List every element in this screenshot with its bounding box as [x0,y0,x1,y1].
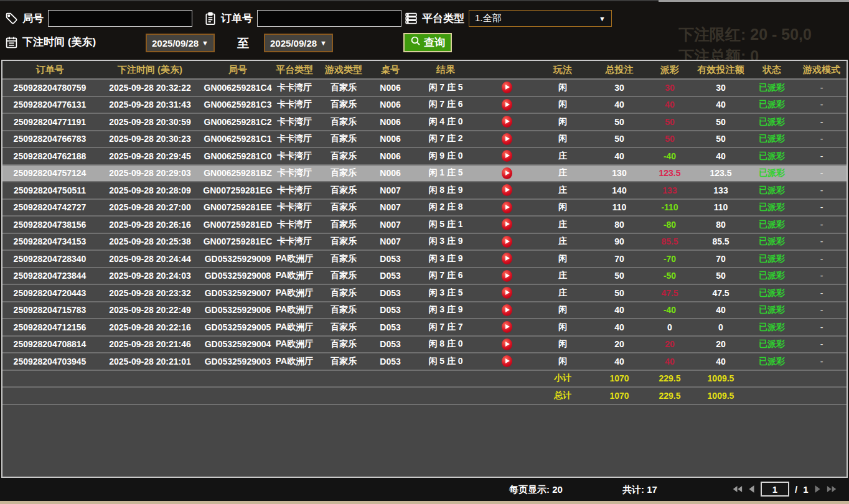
pagination-bar: 每页显示: 20 共计: 17 / 1 [0,478,849,501]
col-header-order: 订单号 [2,61,97,78]
table-row[interactable]: 2509282047088142025-09-28 20:21:46GD0532… [2,337,847,354]
cell-status: 已派彩 [747,80,797,96]
table-row[interactable]: 2509282047761312025-09-28 20:31:43GN0062… [2,97,847,114]
cell-game: 百家乐 [316,114,371,130]
cell-valid: 40 [695,353,747,370]
platform-select[interactable]: 1.全部 ▼ [469,10,612,27]
replay-play-icon[interactable] [502,82,512,93]
cell-table: N007 [371,217,410,233]
replay-play-icon[interactable] [502,133,512,145]
table-row[interactable]: 2509282047571242025-09-28 20:29:03GN0062… [2,166,847,183]
cell-result [410,371,482,387]
cell-platform [273,371,316,387]
cell-mode: - [797,353,847,370]
table-row[interactable]: 2509282047283402025-09-28 20:24:44GD0532… [2,251,847,268]
cell-bet: 庄 [532,148,594,164]
cell-round: GD05325929009 [203,251,273,267]
cell-valid: 40 [695,302,747,319]
page-slash: / [795,484,797,495]
table-row[interactable]: 2509282047121562025-09-28 20:22:16GD0532… [2,319,847,337]
table-row[interactable]: 2509282047238442025-09-28 20:24:03GD0532… [2,268,847,286]
cell-round: GN006259281C1 [203,131,273,147]
cell-round [203,371,273,387]
cell-game: 百家乐 [316,200,371,216]
cell-payout: 229.5 [645,388,695,404]
replay-play-icon[interactable] [502,304,512,316]
cell-platform: 卡卡湾厅 [273,217,316,233]
cell-valid: 123.5 [695,166,747,182]
col-header-result: 结果 [410,61,482,78]
cell-mode: - [797,182,847,198]
date-from-value: 2025/09/28 [152,38,199,49]
replay-play-icon[interactable] [502,287,512,299]
date-to-value: 2025/09/28 [270,38,317,49]
table-row[interactable]: 2509282047427272025-09-28 20:27:00GN0072… [2,200,847,217]
replay-play-icon[interactable] [502,321,512,333]
cell-play [482,131,532,147]
cell-valid: 50 [695,131,747,147]
cell-play [482,251,532,267]
cell-time: 2025-09-28 20:25:38 [97,234,203,250]
replay-play-icon[interactable] [502,150,512,162]
cell-bet: 总计 [532,388,594,404]
cell-valid: 20 [695,337,747,353]
col-header-round: 局号 [203,61,273,78]
round-input[interactable] [48,10,192,27]
cell-result: 闲 8 庄 0 [410,337,482,353]
replay-play-icon[interactable] [502,236,512,248]
last-page-button[interactable] [827,485,837,493]
table-row[interactable]: 2509282047505112025-09-28 20:28:09GN0072… [2,182,847,200]
replay-play-icon[interactable] [502,338,512,350]
next-page-button[interactable] [814,485,821,493]
order-input[interactable] [257,10,401,27]
query-button[interactable]: 查询 [403,33,452,52]
table-row[interactable]: 2509282047204432025-09-28 20:23:32GD0532… [2,285,847,302]
cell-table: D053 [371,319,410,335]
replay-play-icon[interactable] [502,167,512,179]
table-row[interactable]: 2509282047807592025-09-28 20:32:22GN0062… [2,80,847,97]
search-icon [410,35,421,50]
first-page-button[interactable] [732,485,743,493]
cell-status [747,371,797,387]
table-row[interactable]: 2509282047711912025-09-28 20:30:59GN0062… [2,114,847,131]
replay-play-icon[interactable] [502,253,512,264]
table-row[interactable]: 2509282047667832025-09-28 20:30:23GN0062… [2,131,847,149]
platform-list-icon [405,12,418,25]
cell-play [482,217,532,233]
replay-play-icon[interactable] [502,202,512,213]
cell-valid: 50 [695,268,747,284]
date-to-picker[interactable]: 2025/09/28 ▼ [264,34,333,52]
table-row[interactable]: 2509282047157832025-09-28 20:22:49GD0532… [2,302,847,320]
cell-order: 250928204734153 [2,234,97,250]
prev-page-button[interactable] [748,485,755,493]
replay-play-icon[interactable] [502,184,512,196]
cell-status [747,388,797,404]
cell-round: GN007259281EE [203,200,273,216]
cell-total: 80 [594,217,645,233]
cell-mode: - [797,200,847,216]
replay-play-icon[interactable] [502,270,512,282]
replay-play-icon[interactable] [502,99,512,111]
cell-payout: 40 [645,353,695,370]
cell-order: 250928204771191 [2,114,97,130]
page-number-input[interactable] [761,482,789,497]
table-row[interactable]: 2509282047039452025-09-28 20:21:01GD0532… [2,353,847,371]
total-row: 总计1070229.51009.5 [2,388,847,405]
round-field: 局号 [5,10,192,27]
cell-status: 已派彩 [747,217,797,233]
cell-round: GD05325929007 [203,285,273,301]
cell-status: 已派彩 [747,302,797,319]
date-from-picker[interactable]: 2025/09/28 ▼ [146,34,215,52]
table-row[interactable]: 2509282047341532025-09-28 20:25:38GN0072… [2,234,847,251]
table-row[interactable]: 2509282047621882025-09-28 20:29:45GN0062… [2,148,847,166]
table-row[interactable]: 2509282047381562025-09-28 20:26:16GN0072… [2,217,847,234]
cell-total: 30 [594,80,645,96]
cell-game: 百家乐 [316,353,371,370]
replay-play-icon[interactable] [502,116,512,128]
replay-play-icon[interactable] [502,218,512,230]
cell-status: 已派彩 [747,148,797,164]
replay-play-icon[interactable] [502,355,512,367]
cell-result: 闲 5 庄 1 [410,217,482,233]
cell-platform: 卡卡湾厅 [273,200,316,216]
cell-valid: 50 [695,114,747,130]
